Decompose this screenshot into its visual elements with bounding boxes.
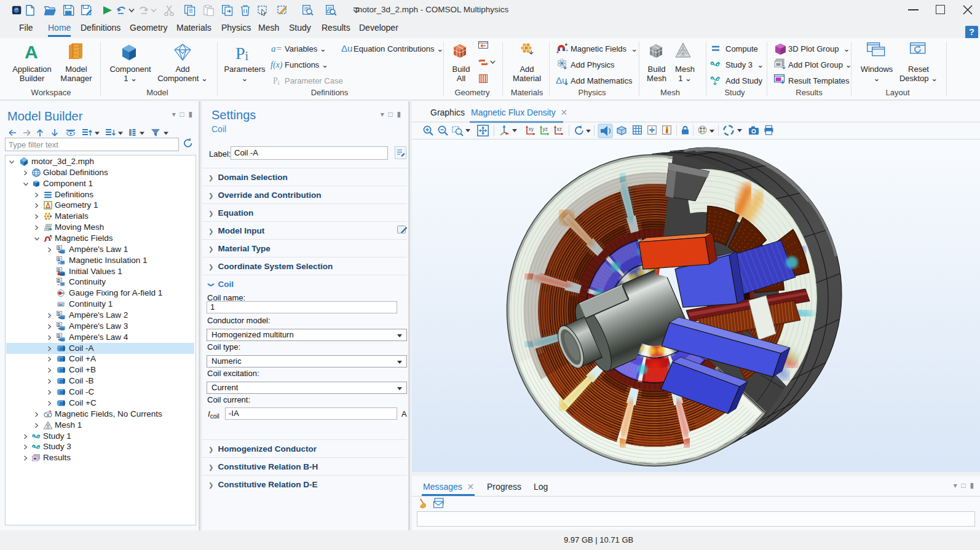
svg-text:Pi: Pi [273,76,280,86]
svg-text:yz: yz [543,126,548,132]
svg-text:D: D [58,268,61,272]
svg-text:D: D [58,323,61,327]
svg-text:D: D [58,312,61,316]
svg-text:f(x): f(x) [271,60,283,70]
svg-text:a=: a= [271,44,282,53]
svg-text:xz: xz [557,126,563,132]
svg-text:xy: xy [529,126,534,132]
svg-text:Pi: Pi [235,44,249,63]
svg-text:D: D [58,334,61,338]
svg-text:Δu: Δu [341,43,352,53]
svg-text:×: × [57,283,60,286]
svg-text:D: D [58,278,61,283]
svg-text:DC: DC [58,303,64,307]
svg-text:A: A [25,42,38,62]
svg-text:D: D [58,246,61,250]
